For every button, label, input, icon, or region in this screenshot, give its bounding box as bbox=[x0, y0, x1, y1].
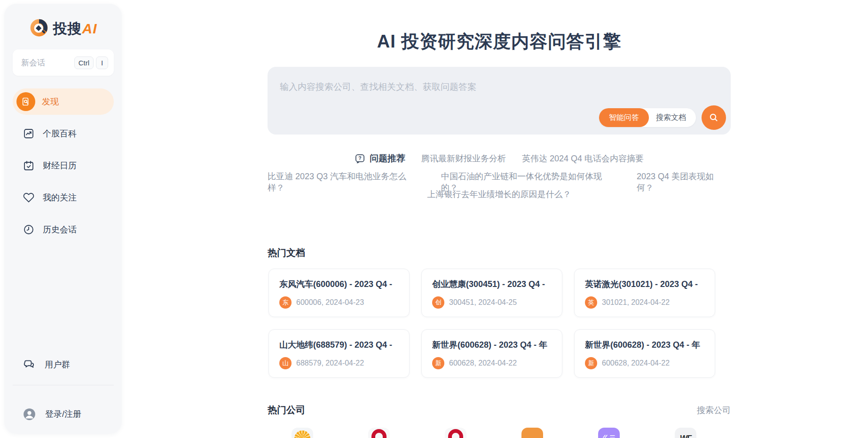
search-icon bbox=[708, 112, 719, 123]
sidebar-nav: 发现 个股百科 财经日历 我的关注 历史会话 bbox=[13, 88, 114, 248]
stock-chart-icon bbox=[23, 128, 34, 139]
sidebar-item-label: 发现 bbox=[42, 96, 59, 107]
doc-card[interactable]: 创业慧康(300451) - 2023 Q4 - 创300451, 2024-0… bbox=[421, 269, 562, 317]
suggested-question[interactable]: 上海银行去年业绩增长的原因是什么？ bbox=[427, 189, 571, 200]
sidebar-item-label: 用户群 bbox=[45, 359, 70, 370]
doc-meta: 301021, 2024-04-22 bbox=[602, 298, 670, 307]
company-logo-purple[interactable] bbox=[598, 428, 620, 438]
sidebar-item-label: 我的关注 bbox=[43, 192, 77, 203]
doc-meta: 600628, 2024-04-22 bbox=[449, 359, 517, 367]
suggestions-row-1: ? 问题推荐 腾讯最新财报业务分析 英伟达 2024 Q4 电话会内容摘要 bbox=[268, 152, 731, 165]
hot-companies-header: 热门公司 搜索公司 bbox=[268, 404, 731, 416]
page-title: AI 投资研究深度内容问答引擎 bbox=[268, 30, 731, 54]
doc-badge: 新 bbox=[585, 357, 597, 369]
sidebar-item-discover[interactable]: 发现 bbox=[13, 88, 114, 115]
hot-companies-title: 热门公司 bbox=[268, 404, 305, 416]
main-content: AI 投资研究深度内容问答引擎 智能问答 搜索文档 ? 问题推荐 腾讯最新财报业… bbox=[268, 0, 731, 438]
company-logo-wf[interactable]: WF bbox=[675, 428, 696, 438]
hot-docs-header: 热门文档 bbox=[268, 247, 731, 259]
search-controls: 智能问答 搜索文档 bbox=[599, 105, 726, 130]
question-bubble-icon: ? bbox=[355, 153, 365, 164]
user-avatar-icon bbox=[23, 408, 36, 421]
search-card: 智能问答 搜索文档 bbox=[268, 67, 731, 135]
sidebar-item-user-group[interactable]: 用户群 bbox=[13, 353, 114, 376]
company-logo-orange-wave[interactable] bbox=[521, 428, 543, 438]
doc-meta: 688579, 2024-04-22 bbox=[296, 359, 364, 367]
doc-title: 英诺激光(301021) - 2023 Q4 - bbox=[585, 279, 704, 290]
suggestions-row-3: 上海银行去年业绩增长的原因是什么？ bbox=[268, 189, 731, 200]
svg-text:?: ? bbox=[358, 155, 361, 160]
search-company-link[interactable]: 搜索公司 bbox=[697, 405, 731, 416]
hot-companies-logos: WF bbox=[292, 428, 696, 438]
sidebar-divider bbox=[13, 385, 114, 385]
doc-card[interactable]: 英诺激光(301021) - 2023 Q4 - 英301021, 2024-0… bbox=[574, 269, 715, 317]
sidebar-item-label: 登录/注册 bbox=[45, 408, 81, 420]
doc-meta: 600006, 2024-04-23 bbox=[296, 298, 364, 307]
search-submit-button[interactable] bbox=[702, 105, 726, 130]
doc-title: 山大地纬(688579) - 2023 Q4 - bbox=[279, 339, 399, 350]
company-logo-sunburst[interactable] bbox=[292, 428, 313, 438]
hot-docs-grid: 东风汽车(600006) - 2023 Q4 - 东600006, 2024-0… bbox=[268, 269, 731, 378]
discover-icon bbox=[16, 92, 35, 111]
kbd-i: I bbox=[96, 56, 108, 69]
doc-meta: 300451, 2024-04-25 bbox=[449, 298, 517, 307]
doc-meta: 600628, 2024-04-22 bbox=[602, 359, 670, 367]
sidebar-item-stock-wiki[interactable]: 个股百科 bbox=[13, 120, 114, 147]
suggested-question[interactable]: 腾讯最新财报业务分析 bbox=[421, 153, 506, 164]
doc-title: 新世界(600628) - 2023 Q4 - 年 bbox=[432, 339, 552, 350]
doc-title: 创业慧康(300451) - 2023 Q4 - bbox=[432, 279, 552, 290]
new-session-label: 新会话 bbox=[21, 57, 72, 68]
doc-card[interactable]: 东风汽车(600006) - 2023 Q4 - 东600006, 2024-0… bbox=[268, 269, 410, 317]
sidebar-item-login[interactable]: 登录/注册 bbox=[13, 402, 114, 426]
chat-bubbles-icon bbox=[23, 358, 35, 371]
sidebar-item-my-follows[interactable]: 我的关注 bbox=[13, 184, 114, 211]
calendar-icon bbox=[23, 160, 34, 171]
doc-card[interactable]: 新世界(600628) - 2023 Q4 - 年 新600628, 2024-… bbox=[421, 329, 562, 378]
doc-title: 东风汽车(600006) - 2023 Q4 - bbox=[279, 279, 399, 290]
doc-badge: 英 bbox=[585, 296, 597, 309]
search-mode-toggle: 智能问答 搜索文档 bbox=[599, 108, 696, 127]
sidebar: 投搜AI 新会话 Ctrl I 发现 个股百科 财经日历 bbox=[4, 4, 122, 434]
brand-logo[interactable]: 投搜AI bbox=[4, 18, 122, 40]
sidebar-item-finance-calendar[interactable]: 财经日历 bbox=[13, 152, 114, 179]
brand-name: 投搜AI bbox=[53, 19, 97, 39]
heart-icon bbox=[23, 192, 34, 203]
brand-logo-icon bbox=[29, 18, 49, 40]
doc-badge: 创 bbox=[432, 296, 444, 309]
search-input[interactable] bbox=[280, 81, 609, 114]
clock-icon bbox=[23, 224, 34, 235]
suggested-question[interactable]: 英伟达 2024 Q4 电话会内容摘要 bbox=[522, 153, 644, 164]
mode-smart-qa-button[interactable]: 智能问答 bbox=[599, 108, 649, 127]
doc-badge: 新 bbox=[432, 357, 444, 369]
company-logo-red-arch[interactable] bbox=[368, 428, 390, 438]
doc-card[interactable]: 新世界(600628) - 2023 Q4 - 年 新600628, 2024-… bbox=[574, 329, 715, 378]
company-logo-red-arch[interactable] bbox=[445, 428, 466, 438]
doc-card[interactable]: 山大地纬(688579) - 2023 Q4 - 山688579, 2024-0… bbox=[268, 329, 410, 378]
kbd-ctrl: Ctrl bbox=[74, 56, 94, 69]
mode-search-docs-button[interactable]: 搜索文档 bbox=[647, 110, 694, 126]
doc-title: 新世界(600628) - 2023 Q4 - 年 bbox=[585, 339, 704, 350]
hot-docs-title: 热门文档 bbox=[268, 247, 305, 259]
doc-badge: 东 bbox=[279, 296, 292, 309]
sidebar-item-label: 历史会话 bbox=[43, 224, 77, 235]
new-session-button[interactable]: 新会话 Ctrl I bbox=[13, 49, 114, 76]
question-recommend-label: ? 问题推荐 bbox=[355, 152, 405, 165]
sidebar-item-history[interactable]: 历史会话 bbox=[13, 216, 114, 243]
doc-badge: 山 bbox=[279, 357, 292, 369]
sidebar-item-label: 财经日历 bbox=[43, 160, 77, 171]
sidebar-item-label: 个股百科 bbox=[43, 128, 77, 139]
